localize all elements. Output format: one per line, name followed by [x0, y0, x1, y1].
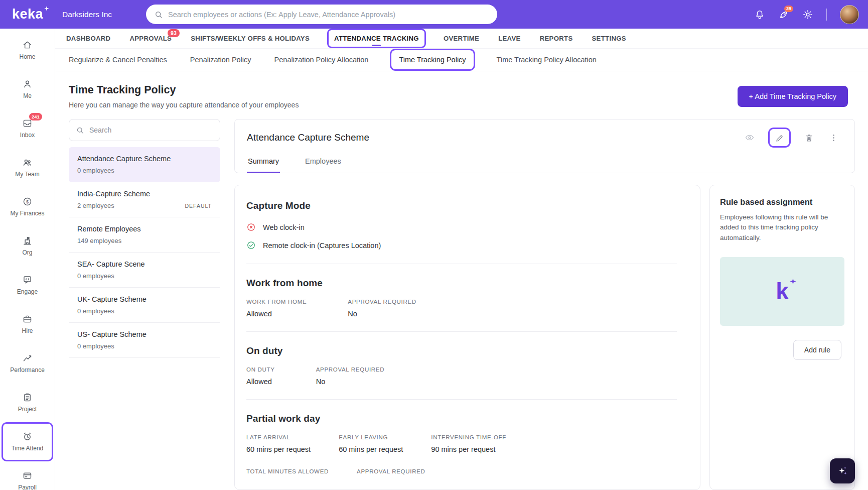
tab-settings[interactable]: SETTINGS	[592, 35, 626, 42]
payroll-card-icon	[22, 470, 33, 481]
policy-name: Remote Employees	[77, 225, 212, 233]
field-value: 90 mins per request	[431, 445, 506, 453]
list-item-india-capture-scheme[interactable]: India-Capture Scheme 2 employees DEFAULT	[69, 182, 220, 217]
subtab-penalization-policy-allocation[interactable]: Penalization Policy Allocation	[274, 56, 369, 64]
keka-logo-text: keka	[12, 7, 43, 22]
tab-dashboard[interactable]: DASHBOARD	[66, 35, 110, 42]
sidebar-item-label: Hire	[22, 328, 33, 334]
sidebar-item-org[interactable]: Org	[0, 226, 55, 266]
tab-approvals-label: APPROVALS	[129, 35, 172, 42]
sidebar-item-engage[interactable]: Engage	[0, 266, 55, 305]
subtab-penalization-policy[interactable]: Penalization Policy	[190, 56, 251, 64]
user-avatar[interactable]	[840, 5, 859, 24]
team-icon	[22, 157, 33, 168]
keka-logo[interactable]: keka	[0, 7, 55, 22]
summary-card: Capture Mode Web clock-in Remote clock-i…	[234, 185, 700, 490]
field-value: Allowed	[246, 310, 307, 318]
edit-pencil-icon[interactable]	[775, 134, 784, 143]
kebab-menu-icon[interactable]	[829, 133, 838, 143]
policy-list: Attendance Capture Scheme 0 employees In…	[69, 147, 220, 358]
capture-mode-label: Web clock-in	[263, 223, 305, 231]
sidebar-item-my-finances[interactable]: $ My Finances	[0, 187, 55, 226]
list-item-us-capture-scheme[interactable]: US- Capture Scheme 0 employees	[69, 323, 220, 358]
field-early-leaving: EARLY LEAVING 60 mins per request	[339, 434, 403, 453]
field-label: APPROVAL REQUIRED	[357, 468, 425, 474]
subtab-regularize-cancel-penalties[interactable]: Regularize & Cancel Penalties	[69, 56, 167, 64]
sidebar-item-label: Org	[22, 250, 32, 256]
logo-star-icon	[44, 6, 50, 12]
keka-mark-icon: k	[776, 280, 789, 303]
sidebar-item-label: Project	[18, 406, 37, 413]
policy-name: Attendance Capture Scheme	[77, 155, 212, 163]
list-item-sea-capture-scene[interactable]: SEA- Capture Scene 0 employees	[69, 253, 220, 288]
global-search-input[interactable]	[168, 11, 489, 19]
field-label: TOTAL MINUTES ALLOWED	[246, 468, 329, 474]
policy-employee-count: 0 employees	[77, 272, 114, 280]
field-partial-approval-required: APPROVAL REQUIRED	[357, 468, 425, 474]
list-item-remote-employees[interactable]: Remote Employees 149 employees	[69, 217, 220, 253]
settings-gear-icon[interactable]	[802, 9, 813, 20]
field-label: WORK FROM HOME	[246, 299, 307, 305]
tab-approvals[interactable]: APPROVALS 93	[129, 35, 172, 42]
sidebar-item-performance[interactable]: Performance	[0, 344, 55, 383]
field-wfh-approval-required: APPROVAL REQUIRED No	[348, 299, 416, 318]
field-label: INTERVENING TIME-OFF	[431, 434, 506, 440]
add-time-tracking-policy-button[interactable]: + Add Time Tracking Policy	[738, 86, 848, 107]
tab-overtime[interactable]: OVERTIME	[444, 35, 479, 42]
tab-reports[interactable]: REPORTS	[540, 35, 573, 42]
policy-detail-panel: Attendance Capture Scheme	[234, 119, 855, 490]
tab-summary[interactable]: Summary	[247, 153, 280, 173]
rule-based-assignment-panel: Rule based assignment Employees followin…	[709, 185, 855, 490]
search-icon	[154, 10, 163, 19]
tab-leave[interactable]: LEAVE	[498, 35, 521, 42]
ai-assistant-fab[interactable]	[830, 458, 855, 483]
add-rule-button[interactable]: Add rule	[793, 340, 841, 360]
sidebar-item-label: Home	[19, 54, 35, 60]
sidebar-item-my-team[interactable]: My Team	[0, 148, 55, 187]
enabled-check-circle-icon	[246, 240, 256, 250]
person-icon	[22, 79, 33, 89]
list-item-uk-capture-scheme[interactable]: UK- Capture Scheme 0 employees	[69, 288, 220, 323]
field-on-duty-approval-required: APPROVAL REQUIRED No	[316, 366, 385, 386]
partial-work-day-heading: Partial work day	[246, 413, 677, 424]
whats-new-rocket-icon[interactable]: 39	[778, 9, 789, 20]
policy-employee-count: 149 employees	[77, 237, 121, 244]
delete-trash-icon[interactable]	[804, 133, 814, 143]
search-icon	[76, 126, 84, 135]
alarm-clock-icon	[22, 431, 33, 442]
sidebar-item-label: Engage	[17, 289, 38, 295]
clipboard-icon	[22, 392, 33, 403]
subtab-time-tracking-policy[interactable]: Time Tracking Policy	[391, 50, 473, 69]
list-item-attendance-capture-scheme[interactable]: Attendance Capture Scheme 0 employees	[69, 147, 220, 182]
policy-search[interactable]	[69, 119, 220, 141]
org-icon	[22, 235, 33, 246]
rule-illustration: k	[720, 257, 844, 326]
sidebar-item-me[interactable]: Me	[0, 70, 55, 109]
tab-shifts-weekly-offs-holidays[interactable]: SHIFTS/WEEKLY OFFS & HOLIDAYS	[191, 35, 310, 42]
subtab-time-tracking-policy-allocation[interactable]: Time Tracking Policy Allocation	[497, 56, 597, 64]
attendance-sub-nav: Regularize & Cancel Penalties Penalizati…	[55, 49, 868, 71]
sidebar-item-home[interactable]: Home	[0, 31, 55, 70]
sidebar-item-hire[interactable]: Hire	[0, 305, 55, 344]
tab-employees[interactable]: Employees	[304, 153, 342, 173]
policy-name: SEA- Capture Scene	[77, 260, 212, 268]
notifications-bell-icon[interactable]	[754, 9, 765, 20]
field-work-from-home: WORK FROM HOME Allowed	[246, 299, 307, 318]
sparkle-wand-icon	[836, 464, 849, 477]
policy-search-input[interactable]	[89, 126, 213, 134]
page-header: Time Tracking Policy Here you can manage…	[55, 71, 868, 119]
default-tag: DEFAULT	[185, 203, 212, 209]
capture-mode-remote-clock-in: Remote clock-in (Captures Location)	[246, 240, 677, 250]
capture-mode-heading: Capture Mode	[246, 200, 677, 211]
sidebar-item-payroll[interactable]: Payroll	[0, 461, 55, 490]
sidebar-item-time-attend[interactable]: Time Attend	[2, 422, 53, 461]
rule-panel-title: Rule based assignment	[720, 197, 844, 207]
global-search[interactable]	[146, 5, 497, 24]
tab-attendance-tracking[interactable]: ATTENDANCE TRACKING	[329, 30, 424, 47]
sidebar-item-project[interactable]: Project	[0, 383, 55, 422]
view-eye-icon[interactable]	[745, 133, 755, 143]
sidebar-item-inbox[interactable]: Inbox 241	[0, 109, 55, 148]
sidebar-item-label: Performance	[10, 367, 45, 374]
field-label: ON DUTY	[246, 366, 275, 373]
field-value: Allowed	[246, 378, 275, 386]
